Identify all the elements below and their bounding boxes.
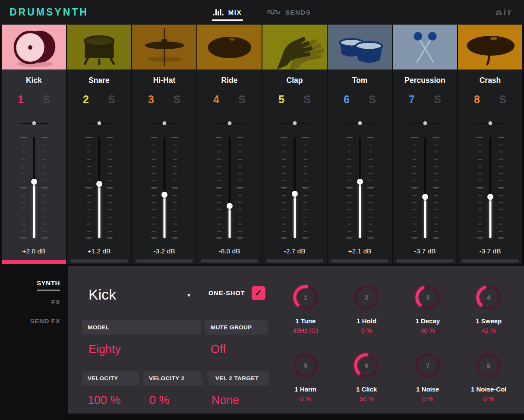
tab-sends[interactable]: SENDS xyxy=(267,0,311,25)
sidebar-item-fx[interactable]: FX xyxy=(51,298,60,309)
pan-slider[interactable] xyxy=(149,121,180,126)
channel-strip[interactable]: Hi-Hat 3 S -3.2 dB xyxy=(132,25,196,264)
channel-thumbnail[interactable] xyxy=(262,25,327,69)
knob-dial[interactable]: 3 xyxy=(414,284,441,311)
knob-dial[interactable]: 8 xyxy=(475,352,502,379)
preset-selector[interactable]: Kick ▼ xyxy=(88,285,191,304)
fader-handle[interactable] xyxy=(292,191,298,197)
volume-db-value: -3.7 dB xyxy=(393,247,457,255)
fader-ticks-left xyxy=(347,137,351,239)
solo-button[interactable]: S xyxy=(499,93,506,106)
channel-strip[interactable]: Snare 2 S +1.2 dB xyxy=(67,25,131,264)
pan-knob[interactable] xyxy=(358,121,362,125)
knob[interactable]: 7 1 Noise 0 % xyxy=(397,351,458,419)
channel-strip[interactable]: Ride 4 S -8.0 dB xyxy=(197,25,262,264)
volume-fader[interactable] xyxy=(213,137,246,238)
pan-slider[interactable] xyxy=(19,121,49,126)
volume-fader[interactable] xyxy=(148,137,181,238)
model-value[interactable]: Eighty xyxy=(88,343,121,356)
velocity2-field-label: VELOCITY 2 xyxy=(143,371,204,385)
volume-fader[interactable] xyxy=(82,137,116,238)
channel-thumbnail[interactable] xyxy=(458,25,522,69)
fader-handle[interactable] xyxy=(357,179,363,185)
pan-knob[interactable] xyxy=(97,121,101,125)
solo-button[interactable]: S xyxy=(303,93,311,106)
tab-mix[interactable]: MIX xyxy=(213,0,242,25)
solo-button[interactable]: S xyxy=(238,93,246,106)
velocity-value[interactable]: 100 % xyxy=(88,394,121,407)
fader-fill xyxy=(489,197,491,238)
fader-handle[interactable] xyxy=(487,194,493,200)
volume-fader[interactable] xyxy=(473,137,507,238)
channel-number: 3 xyxy=(148,93,154,106)
vel2-target-field-label: VEL 2 TARGET xyxy=(206,371,269,385)
knob-dial[interactable]: 7 xyxy=(414,352,441,379)
knob[interactable]: 1 1 Tune 49Hz (G) xyxy=(275,282,336,351)
mute-group-field-label: MUTE GROUP xyxy=(205,320,268,335)
solo-button[interactable]: S xyxy=(173,93,180,106)
pan-knob[interactable] xyxy=(293,121,297,125)
pan-knob[interactable] xyxy=(488,121,492,125)
channel-thumbnail[interactable] xyxy=(197,25,262,69)
pan-slider[interactable] xyxy=(345,121,375,126)
knob[interactable]: 6 1 Click 50 % xyxy=(336,351,398,419)
knob[interactable]: 5 1 Harm 0 % xyxy=(275,351,336,419)
volume-fader[interactable] xyxy=(17,137,51,238)
pan-knob[interactable] xyxy=(32,121,36,125)
channel-thumbnail[interactable] xyxy=(328,25,392,69)
channel-strip[interactable]: Percussion 7 S -3.7 xyxy=(393,25,457,264)
knob-number: 6 xyxy=(365,362,368,369)
vel2-target-value[interactable]: None xyxy=(211,394,240,407)
solo-button[interactable]: S xyxy=(369,93,376,106)
knob-dial[interactable]: 4 xyxy=(475,284,502,311)
knob[interactable]: 3 1 Decay 40 % xyxy=(397,282,458,351)
solo-button[interactable]: S xyxy=(43,93,50,106)
pan-slider[interactable] xyxy=(475,121,505,126)
mute-group-value[interactable]: Off xyxy=(211,343,226,356)
channel-thumbnail[interactable] xyxy=(132,25,196,69)
knob[interactable]: 8 1 Noise-Col 0 % xyxy=(458,351,520,419)
solo-button[interactable]: S xyxy=(108,93,115,106)
knob[interactable]: 4 1 Sweep 42 % xyxy=(458,282,520,351)
pan-knob[interactable] xyxy=(423,121,427,125)
pan-slider[interactable] xyxy=(410,121,440,126)
volume-fader[interactable] xyxy=(343,137,377,238)
knob-dial[interactable]: 1 xyxy=(292,284,319,311)
strip-indicator xyxy=(2,260,66,264)
pan-knob[interactable] xyxy=(162,121,166,125)
knob-dial[interactable]: 5 xyxy=(292,352,319,379)
fader-ticks-left xyxy=(22,137,25,239)
pan-slider[interactable] xyxy=(215,121,245,126)
channel-strip[interactable]: Crash 8 S -3.7 dB xyxy=(458,25,522,264)
channel-strip[interactable]: Clap 5 S -2.7 dB xyxy=(262,25,327,264)
pan-slider[interactable] xyxy=(280,121,310,126)
pan-slider[interactable] xyxy=(84,121,114,126)
fader-handle[interactable] xyxy=(227,203,233,209)
channel-strip[interactable]: Kick 1 S +2.0 dB xyxy=(2,25,66,264)
knob-label: 1 Noise xyxy=(416,385,439,393)
fader-handle[interactable] xyxy=(422,194,428,200)
instrument-image xyxy=(67,25,131,69)
channel-thumbnail[interactable] xyxy=(393,25,457,69)
pan-knob[interactable] xyxy=(227,121,231,125)
volume-fader[interactable] xyxy=(408,137,442,238)
fader-handle[interactable] xyxy=(96,181,102,187)
sidebar-item-synth[interactable]: SYNTH xyxy=(37,279,60,291)
volume-db-value: -3.7 dB xyxy=(458,247,522,255)
fader-ticks-right xyxy=(434,137,438,239)
knob[interactable]: 2 1 Hold 0 % xyxy=(336,282,398,351)
knob-dial[interactable]: 6 xyxy=(353,352,380,379)
sidebar-item-send-fx[interactable]: SEND FX xyxy=(30,317,60,328)
channel-thumbnail[interactable] xyxy=(67,25,131,69)
solo-button[interactable]: S xyxy=(434,93,441,106)
knob-dial[interactable]: 2 xyxy=(353,284,380,311)
volume-fader[interactable] xyxy=(278,137,312,238)
velocity2-value[interactable]: 0 % xyxy=(149,394,170,407)
channel-name: Crash xyxy=(458,76,522,85)
fader-handle[interactable] xyxy=(161,192,167,198)
channel-strip[interactable]: Tom 6 S +2.1 dB xyxy=(328,25,392,264)
fader-handle[interactable] xyxy=(31,179,37,185)
strip-indicator xyxy=(70,259,128,262)
channel-thumbnail[interactable] xyxy=(2,25,66,69)
oneshot-checkbox[interactable]: ✓ xyxy=(252,286,265,300)
